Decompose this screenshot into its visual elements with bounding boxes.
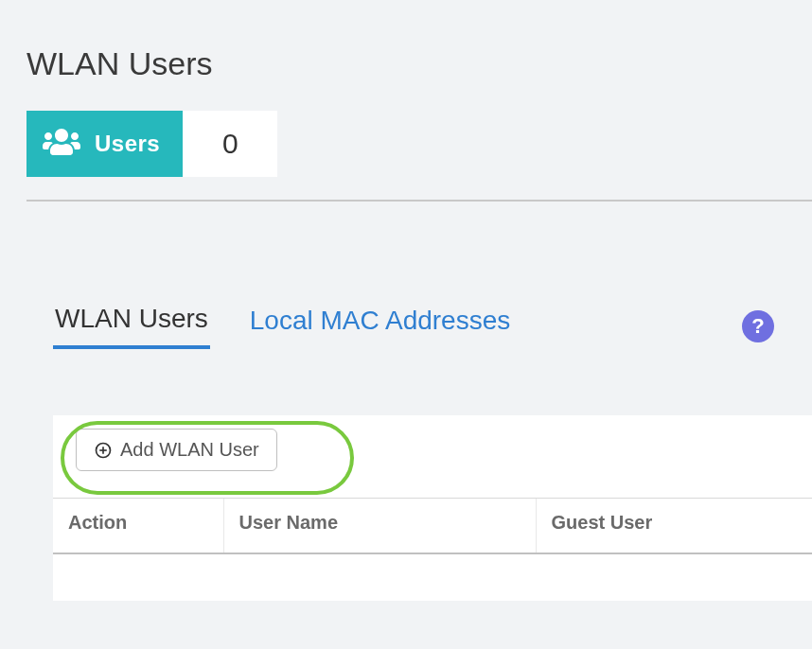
tab-row: WLAN Users Local MAC Addresses ?	[53, 304, 812, 349]
wlan-users-table: Action User Name Guest User	[53, 498, 812, 601]
column-guest-user[interactable]: Guest User	[536, 499, 812, 554]
table-row-empty	[53, 553, 812, 601]
add-wlan-user-label: Add WLAN User	[120, 439, 259, 461]
add-wlan-user-button[interactable]: Add WLAN User	[76, 429, 277, 471]
tab-local-mac-addresses[interactable]: Local MAC Addresses	[248, 306, 512, 347]
users-stat-tile[interactable]: Users	[26, 111, 183, 177]
plus-circle-icon	[94, 441, 113, 460]
help-icon[interactable]: ?	[742, 310, 774, 342]
wlan-users-panel: Add WLAN User Action User Name Guest Use…	[53, 415, 812, 601]
users-stat-card: Users 0	[26, 111, 812, 177]
users-stat-label: Users	[95, 131, 160, 157]
column-action[interactable]: Action	[53, 499, 223, 554]
users-stat-count: 0	[183, 111, 277, 177]
page-title: WLAN Users	[0, 0, 812, 90]
users-icon	[42, 127, 81, 161]
table-header-row: Action User Name Guest User	[53, 499, 812, 554]
column-user-name[interactable]: User Name	[223, 499, 536, 554]
tab-wlan-users[interactable]: WLAN Users	[53, 304, 210, 349]
section-divider	[26, 200, 812, 202]
